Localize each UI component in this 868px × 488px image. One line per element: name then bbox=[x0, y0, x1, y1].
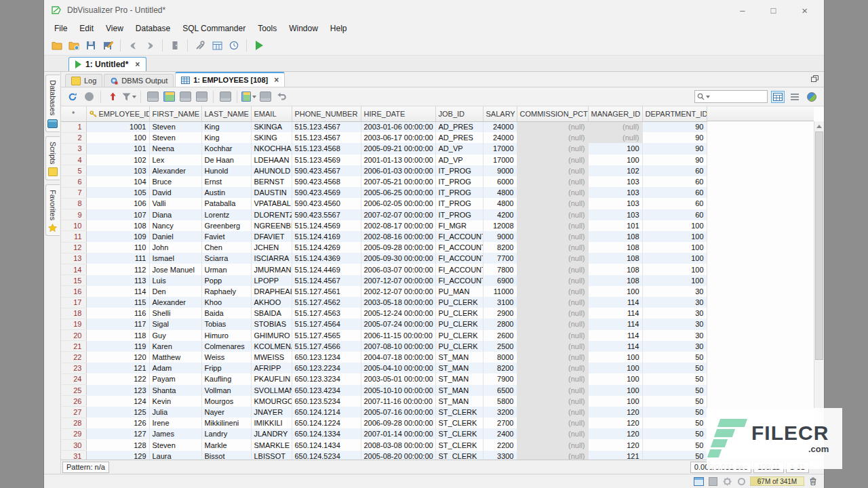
cell-salary[interactable]: 24000 bbox=[483, 121, 517, 132]
cell-manager_id[interactable]: 100 bbox=[588, 352, 642, 363]
row-number[interactable]: 1 bbox=[61, 121, 86, 132]
stop-button[interactable] bbox=[81, 90, 96, 104]
navigate-back-button[interactable] bbox=[125, 39, 140, 52]
cell-employee_id[interactable]: 128 bbox=[86, 439, 149, 450]
cell-email[interactable]: STOBIAS bbox=[251, 319, 292, 329]
cell-hire_date[interactable]: 2006-11-15 00:00:00 bbox=[361, 330, 435, 341]
cell-job_id[interactable]: FI_ACCOUNT bbox=[435, 264, 483, 274]
cell-first_name[interactable]: Bruce bbox=[149, 176, 201, 187]
table-row[interactable]: 26124KevinMourgosKMOURGOS650.123.5234200… bbox=[61, 396, 707, 407]
cell-job_id[interactable]: PU_CLERK bbox=[435, 297, 483, 308]
table-row[interactable]: 11109DanielFavietDFAVIET515.124.41692002… bbox=[61, 231, 707, 242]
cell-phone_number[interactable]: 590.423.4569 bbox=[292, 187, 361, 198]
cell-email[interactable]: SMARKLE bbox=[251, 439, 292, 450]
cell-first_name[interactable]: Neena bbox=[149, 143, 201, 154]
cell-last_name[interactable]: Popp bbox=[201, 275, 251, 286]
cell-commission_pct[interactable]: (null) bbox=[517, 286, 588, 297]
cell-email[interactable]: VPATABAL bbox=[251, 198, 292, 209]
table-row[interactable]: 11001StevenKingSKINGA515.123.45672003-01… bbox=[61, 121, 707, 132]
cell-department_id[interactable]: 60 bbox=[642, 209, 707, 220]
cell-hire_date[interactable]: 2002-08-16 00:00:00 bbox=[361, 231, 435, 242]
cell-manager_id[interactable]: 108 bbox=[588, 264, 642, 274]
cell-job_id[interactable]: ST_MAN bbox=[435, 373, 483, 384]
cell-first_name[interactable]: Steven bbox=[149, 439, 201, 450]
row-number[interactable]: 17 bbox=[61, 297, 86, 308]
cell-salary[interactable]: 9000 bbox=[483, 165, 517, 176]
cell-salary[interactable]: 3100 bbox=[483, 297, 517, 308]
cell-employee_id[interactable]: 100 bbox=[86, 132, 149, 143]
cell-department_id[interactable]: 100 bbox=[642, 242, 707, 253]
cell-hire_date[interactable]: 2007-11-16 00:00:00 bbox=[361, 396, 435, 407]
cell-manager_id[interactable]: (null) bbox=[588, 121, 642, 132]
cell-last_name[interactable]: Vollman bbox=[201, 385, 251, 396]
cell-employee_id[interactable]: 123 bbox=[86, 385, 149, 396]
cell-commission_pct[interactable]: (null) bbox=[517, 341, 588, 352]
cell-email[interactable]: JNAYER bbox=[251, 407, 292, 418]
cell-last_name[interactable]: Sciarra bbox=[201, 253, 251, 264]
cell-phone_number[interactable]: 515.127.4561 bbox=[292, 286, 361, 297]
cell-department_id[interactable]: 50 bbox=[642, 428, 707, 439]
cell-phone_number[interactable]: 650.124.1224 bbox=[292, 418, 361, 428]
cell-employee_id[interactable]: 116 bbox=[86, 308, 149, 319]
close-tab-icon[interactable]: × bbox=[274, 75, 279, 85]
row-number[interactable]: 26 bbox=[61, 396, 86, 407]
cell-employee_id[interactable]: 1001 bbox=[86, 121, 149, 132]
cell-manager_id[interactable]: 114 bbox=[588, 341, 642, 352]
cell-first_name[interactable]: Adam bbox=[149, 363, 201, 373]
tool-properties-button[interactable] bbox=[193, 39, 208, 52]
cell-manager_id[interactable]: 102 bbox=[588, 165, 642, 176]
cell-department_id[interactable]: 30 bbox=[642, 297, 707, 308]
cell-job_id[interactable]: IT_PROG bbox=[435, 187, 483, 198]
cell-last_name[interactable]: Fripp bbox=[201, 363, 251, 373]
row-number[interactable]: 10 bbox=[61, 220, 86, 231]
cell-commission_pct[interactable]: (null) bbox=[517, 187, 588, 198]
cell-employee_id[interactable]: 120 bbox=[86, 352, 149, 363]
garbage-collect-button[interactable] bbox=[808, 476, 818, 486]
cell-first_name[interactable]: Nancy bbox=[149, 220, 201, 231]
grid-window-button[interactable] bbox=[210, 39, 224, 52]
table-row[interactable]: 4102LexDe HaanLDEHAAN515.123.45692001-01… bbox=[61, 155, 707, 165]
cell-salary[interactable]: 11000 bbox=[483, 286, 517, 297]
cell-employee_id[interactable]: 109 bbox=[86, 231, 149, 242]
new-folder-button[interactable] bbox=[66, 39, 81, 52]
cell-phone_number[interactable]: 650.124.1214 bbox=[292, 407, 361, 418]
cell-last_name[interactable]: Mikkilineni bbox=[201, 418, 251, 428]
cell-email[interactable]: KMOURGOS bbox=[251, 396, 292, 407]
cell-job_id[interactable]: IT_PROG bbox=[435, 209, 483, 220]
tab-untitled[interactable]: 1: Untitled* × bbox=[68, 57, 146, 71]
cell-phone_number[interactable]: 515.127.4562 bbox=[292, 297, 361, 308]
column-header-employee_id[interactable]: EMPLOYEE_ID bbox=[86, 106, 149, 121]
row-number[interactable]: 29 bbox=[61, 428, 86, 439]
cell-email[interactable]: AFRIPP bbox=[251, 363, 292, 373]
cell-phone_number[interactable]: 515.123.4568 bbox=[292, 143, 361, 154]
cell-phone_number[interactable]: 590.423.5567 bbox=[292, 209, 361, 220]
cell-job_id[interactable]: IT_PROG bbox=[435, 198, 483, 209]
cell-phone_number[interactable]: 515.123.4569 bbox=[292, 155, 361, 165]
cell-hire_date[interactable]: 2002-12-07 00:00:00 bbox=[361, 286, 435, 297]
cell-phone_number[interactable]: 515.127.4564 bbox=[292, 319, 361, 329]
filter-button[interactable] bbox=[121, 90, 136, 104]
memory-indicator[interactable]: 67M of 341M bbox=[750, 476, 804, 486]
cell-first_name[interactable]: Shelli bbox=[149, 308, 201, 319]
cell-manager_id[interactable]: 114 bbox=[588, 297, 642, 308]
menu-item-edit[interactable]: Edit bbox=[73, 22, 100, 35]
cell-phone_number[interactable]: 515.127.4566 bbox=[292, 341, 361, 352]
cell-last_name[interactable]: Austin bbox=[201, 187, 251, 198]
cell-commission_pct[interactable]: (null) bbox=[517, 121, 588, 132]
cell-hire_date[interactable]: 2007-12-07 00:00:00 bbox=[361, 275, 435, 286]
column-header-phone_number[interactable]: PHONE_NUMBER bbox=[292, 106, 361, 121]
cell-job_id[interactable]: PU_CLERK bbox=[435, 330, 483, 341]
cell-commission_pct[interactable]: (null) bbox=[517, 330, 588, 341]
cell-email[interactable]: SBAIDA bbox=[251, 308, 292, 319]
row-number[interactable]: 27 bbox=[61, 407, 86, 418]
cell-phone_number[interactable]: 650.123.4234 bbox=[292, 385, 361, 396]
cell-job_id[interactable]: FI_ACCOUNT bbox=[435, 231, 483, 242]
table-row[interactable]: 25123ShantaVollmanSVOLLMAN650.123.423420… bbox=[61, 385, 707, 396]
cell-last_name[interactable]: Himuro bbox=[201, 330, 251, 341]
cell-first_name[interactable]: Daniel bbox=[149, 231, 201, 242]
cell-job_id[interactable]: FI_ACCOUNT bbox=[435, 253, 483, 264]
menu-item-tools[interactable]: Tools bbox=[252, 22, 283, 35]
table-row[interactable]: 12110JohnChenJCHEN515.124.42692005-09-28… bbox=[61, 242, 707, 253]
cell-last_name[interactable]: De Haan bbox=[201, 155, 251, 165]
cell-job_id[interactable]: ST_MAN bbox=[435, 385, 483, 396]
